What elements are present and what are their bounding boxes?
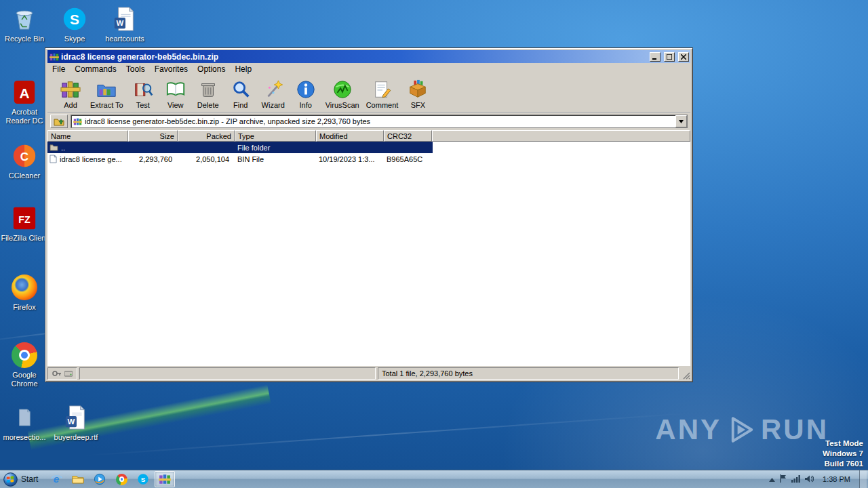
desktop-icon-label: heartcounts — [100, 35, 149, 43]
anyrun-brand-right: RUN — [761, 413, 829, 446]
desktop-icon-filezilla[interactable]: FZ FileZilla Client — [0, 205, 49, 243]
desktop-icon-skype[interactable]: S Skype — [50, 5, 99, 43]
info-button[interactable]: Info — [290, 77, 322, 110]
resize-grip[interactable] — [681, 367, 690, 380]
speaker-icon — [805, 475, 814, 483]
menu-tools[interactable]: Tools — [121, 64, 150, 75]
desktop-icon-ccleaner[interactable]: C CCleaner — [0, 142, 49, 180]
svg-text:W: W — [116, 19, 123, 27]
folder-up-icon — [54, 117, 64, 126]
svg-text:S: S — [70, 12, 79, 27]
tray-network-icon[interactable] — [791, 475, 800, 484]
menu-file[interactable]: File — [47, 64, 70, 75]
find-button[interactable]: Find — [224, 77, 257, 110]
resize-grip-icon — [682, 371, 690, 380]
archive-path-combo[interactable]: idrac8 license generator-beb5dec.bin.zip… — [71, 115, 688, 128]
desktop-icon-label: Skype — [50, 35, 99, 43]
column-header-packed[interactable]: Packed — [178, 130, 235, 142]
menu-favorites[interactable]: Favorites — [150, 64, 193, 75]
desktop-icon-heartcounts[interactable]: W heartcounts — [100, 5, 149, 43]
tray-volume-icon[interactable] — [805, 475, 814, 484]
internet-explorer-icon: e — [50, 473, 62, 485]
menu-bar: File Commands Tools Favorites Options He… — [47, 63, 690, 75]
column-header-crc32[interactable]: CRC32 — [384, 130, 432, 142]
delete-button[interactable]: Delete — [192, 77, 224, 110]
maximize-button[interactable] — [664, 52, 675, 62]
test-button[interactable]: Test — [127, 77, 159, 110]
toolbar-label: Info — [300, 101, 312, 109]
minimize-button[interactable] — [650, 52, 660, 62]
virus-scan-button[interactable]: VirusScan — [322, 77, 363, 110]
up-one-level-button[interactable] — [50, 115, 68, 128]
window-title: idrac8 license generator-beb5dec.bin.zip — [61, 52, 646, 62]
desktop-icon-buyerdeep[interactable]: W buyerdeep.rtf — [52, 404, 100, 442]
extract-to-button[interactable]: Extract To — [87, 77, 127, 110]
column-header-name[interactable]: Name — [47, 130, 128, 142]
svg-text:C: C — [20, 150, 28, 163]
anyrun-play-icon — [726, 414, 757, 445]
taskbar-ie-button[interactable]: e — [46, 471, 66, 487]
file-packed: 2,050,104 — [178, 155, 235, 163]
view-button[interactable]: View — [159, 77, 192, 110]
title-bar[interactable]: idrac8 license generator-beb5dec.bin.zip — [47, 50, 690, 63]
system-tray: 1:38 PM — [769, 470, 868, 488]
file-modified: 10/19/2023 1:3... — [316, 155, 384, 163]
tray-show-hidden-icons-button[interactable] — [769, 475, 775, 483]
file-row-parent-dir[interactable]: .. File folder — [47, 142, 690, 153]
status-icons-panel — [47, 367, 77, 380]
add-archive-icon — [60, 79, 81, 100]
desktop-icon-recycle-bin[interactable]: Recycle Bin — [0, 5, 49, 43]
chrome-icon — [11, 342, 38, 369]
winrar-icon — [159, 473, 171, 485]
taskbar-skype-button[interactable]: S — [133, 471, 153, 487]
svg-text:FZ: FZ — [18, 214, 31, 225]
network-bars-icon — [791, 475, 800, 483]
toolbar-label: Comment — [366, 101, 399, 109]
recycle-bin-icon — [11, 5, 38, 33]
close-button[interactable] — [678, 52, 689, 62]
toolbar: Add Extract To Test View Delete Find — [47, 75, 690, 113]
desktop-icon-chrome[interactable]: Google Chrome — [0, 342, 49, 388]
tray-action-center-icon[interactable] — [780, 474, 787, 484]
taskbar-chrome-button[interactable] — [111, 471, 132, 487]
ccleaner-icon: C — [11, 142, 38, 169]
wizard-button[interactable]: Wizard — [257, 77, 290, 110]
add-button[interactable]: Add — [54, 77, 87, 110]
wizard-icon — [263, 79, 283, 100]
show-desktop-button[interactable] — [859, 470, 867, 488]
taskbar-clock[interactable]: 1:38 PM — [818, 475, 854, 483]
desktop-icon-acrobat[interactable]: A Acrobat Reader DC — [0, 79, 49, 125]
column-header-type[interactable]: Type — [235, 130, 316, 142]
taskbar-winrar-button[interactable] — [155, 471, 175, 487]
menu-help[interactable]: Help — [230, 64, 256, 75]
svg-text:W: W — [67, 418, 75, 426]
comment-button[interactable]: Comment — [363, 77, 402, 110]
sfx-button[interactable]: SFX — [401, 77, 434, 110]
combo-dropdown-button[interactable] — [675, 115, 687, 127]
archive-path-text: idrac8 license generator-beb5dec.bin.zip… — [85, 117, 673, 125]
svg-text:A: A — [19, 85, 29, 101]
quick-launch: e S — [45, 470, 176, 488]
winrar-app-icon — [50, 52, 59, 62]
find-icon — [231, 79, 251, 100]
test-archive-icon — [133, 79, 153, 100]
sfx-icon — [408, 79, 428, 100]
file-type: BIN File — [235, 155, 316, 163]
taskbar-explorer-button[interactable] — [68, 471, 88, 487]
menu-options[interactable]: Options — [193, 64, 230, 75]
chevron-down-icon — [679, 120, 684, 123]
file-row-bin[interactable]: idrac8 license ge... 2,293,760 2,050,104… — [47, 153, 690, 165]
toolbar-label: Find — [233, 101, 248, 109]
column-header-size[interactable]: Size — [128, 130, 178, 142]
sandbox-info: Test Mode Windows 7 Build 7601 — [823, 439, 863, 469]
taskbar-media-player-button[interactable] — [90, 471, 110, 487]
start-button[interactable]: Start — [0, 470, 44, 488]
filezilla-icon: FZ — [11, 205, 38, 232]
comment-icon — [372, 79, 393, 100]
address-bar: idrac8 license generator-beb5dec.bin.zip… — [47, 113, 690, 130]
minimize-icon — [652, 54, 658, 60]
menu-commands[interactable]: Commands — [70, 64, 121, 75]
column-header-modified[interactable]: Modified — [316, 130, 384, 142]
desktop-icon-firefox[interactable]: Firefox — [0, 274, 49, 312]
desktop-icon-moresection[interactable]: moresectio... — [0, 404, 49, 442]
